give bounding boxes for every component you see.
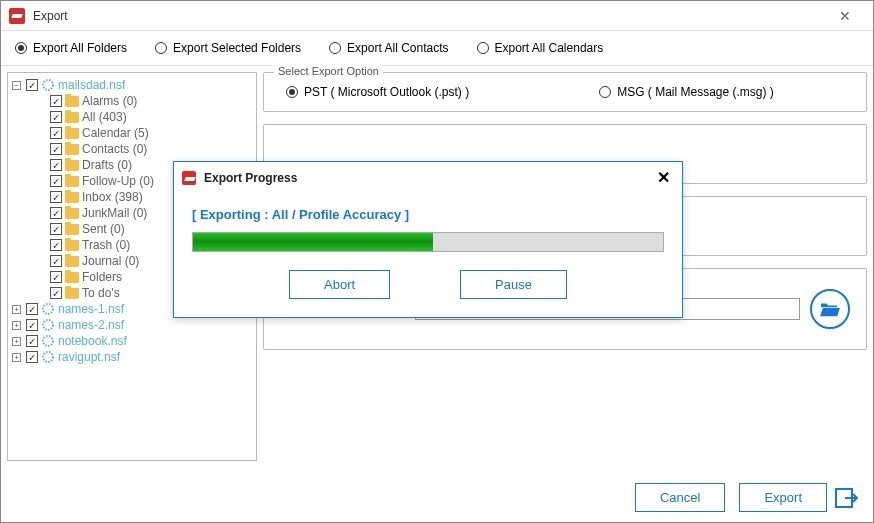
radio-export-all-calendars[interactable]: Export All Calendars <box>477 41 604 55</box>
tree-label: Alarms (0) <box>82 94 137 108</box>
checkbox[interactable]: ✓ <box>26 351 38 363</box>
folder-open-icon <box>819 300 841 318</box>
export-progress-dialog: Export Progress ✕ [ Exporting : All / Pr… <box>173 161 683 318</box>
radio-label: Export All Calendars <box>495 41 604 55</box>
nsf-icon <box>41 334 55 348</box>
radio-label: PST ( Microsoft Outlook (.pst) ) <box>304 85 469 99</box>
checkbox[interactable]: ✓ <box>26 335 38 347</box>
checkbox[interactable]: ✓ <box>50 223 62 235</box>
tree-item[interactable]: +✓notebook.nsf <box>10 333 254 349</box>
checkbox[interactable]: ✓ <box>26 79 38 91</box>
progress-bar <box>192 232 664 252</box>
tree-label: ravigupt.nsf <box>58 350 120 364</box>
folder-icon <box>65 224 79 235</box>
tree-label: Trash (0) <box>82 238 130 252</box>
tree-label: To do's <box>82 286 120 300</box>
nsf-icon <box>41 78 55 92</box>
radio-label: Export All Contacts <box>347 41 448 55</box>
pause-button[interactable]: Pause <box>460 270 567 299</box>
svg-point-2 <box>43 320 53 330</box>
tree-label: Folders <box>82 270 122 284</box>
radio-pst[interactable]: PST ( Microsoft Outlook (.pst) ) <box>286 85 469 99</box>
cancel-button[interactable]: Cancel <box>635 483 725 512</box>
dialog-titlebar: Export Progress ✕ <box>174 162 682 193</box>
svg-point-4 <box>43 352 53 362</box>
radio-circle-icon <box>599 86 611 98</box>
checkbox[interactable]: ✓ <box>50 143 62 155</box>
checkbox[interactable]: ✓ <box>50 159 62 171</box>
titlebar: Export ✕ <box>1 1 873 31</box>
tree-item[interactable]: ✓Contacts (0) <box>10 141 254 157</box>
browse-button[interactable] <box>810 289 850 329</box>
folder-icon <box>65 176 79 187</box>
tree-label: mailsdad.nsf <box>58 78 125 92</box>
checkbox[interactable]: ✓ <box>50 207 62 219</box>
radio-circle-icon <box>329 42 341 54</box>
tree-label: Follow-Up (0) <box>82 174 154 188</box>
nsf-icon <box>41 302 55 316</box>
folder-icon <box>65 288 79 299</box>
folder-icon <box>65 112 79 123</box>
tree-label: Calendar (5) <box>82 126 149 140</box>
folder-icon <box>65 160 79 171</box>
app-icon <box>182 171 196 185</box>
folder-icon <box>65 192 79 203</box>
export-arrow-icon <box>835 485 861 511</box>
tree-label: All (403) <box>82 110 127 124</box>
export-status-text: [ Exporting : All / Profile Accuracy ] <box>192 207 664 222</box>
folder-icon <box>65 128 79 139</box>
radio-label: MSG ( Mail Message (.msg) ) <box>617 85 774 99</box>
folder-icon <box>65 272 79 283</box>
expand-icon[interactable]: + <box>12 321 21 330</box>
folder-icon <box>65 96 79 107</box>
tree-item[interactable]: ✓All (403) <box>10 109 254 125</box>
checkbox[interactable]: ✓ <box>50 175 62 187</box>
dialog-title: Export Progress <box>204 171 653 185</box>
nsf-icon <box>41 318 55 332</box>
window-close-button[interactable]: ✕ <box>825 2 865 30</box>
tree-label: names-2.nsf <box>58 318 124 332</box>
export-button[interactable]: Export <box>739 483 827 512</box>
radio-export-selected-folders[interactable]: Export Selected Folders <box>155 41 301 55</box>
dialog-close-button[interactable]: ✕ <box>653 168 674 187</box>
tree-item[interactable]: ✓Calendar (5) <box>10 125 254 141</box>
checkbox[interactable]: ✓ <box>26 303 38 315</box>
progress-fill <box>193 233 433 251</box>
tree-item[interactable]: ✓Alarms (0) <box>10 93 254 109</box>
tree-label: JunkMail (0) <box>82 206 147 220</box>
checkbox[interactable]: ✓ <box>26 319 38 331</box>
radio-msg[interactable]: MSG ( Mail Message (.msg) ) <box>599 85 774 99</box>
tree-item[interactable]: +✓names-2.nsf <box>10 317 254 333</box>
checkbox[interactable]: ✓ <box>50 255 62 267</box>
export-scope-options: Export All Folders Export Selected Folde… <box>1 31 873 66</box>
tree-label: Inbox (398) <box>82 190 143 204</box>
tree-label: Drafts (0) <box>82 158 132 172</box>
checkbox[interactable]: ✓ <box>50 239 62 251</box>
footer: Cancel Export <box>1 472 873 522</box>
radio-export-all-contacts[interactable]: Export All Contacts <box>329 41 448 55</box>
tree-root[interactable]: − ✓ mailsdad.nsf <box>10 77 254 93</box>
radio-export-all-folders[interactable]: Export All Folders <box>15 41 127 55</box>
radio-label: Export Selected Folders <box>173 41 301 55</box>
export-window: Export ✕ Export All Folders Export Selec… <box>0 0 874 523</box>
checkbox[interactable]: ✓ <box>50 95 62 107</box>
expand-icon[interactable]: + <box>12 337 21 346</box>
tree-label: names-1.nsf <box>58 302 124 316</box>
expand-icon[interactable]: + <box>12 305 21 314</box>
expand-icon[interactable]: + <box>12 353 21 362</box>
checkbox[interactable]: ✓ <box>50 271 62 283</box>
checkbox[interactable]: ✓ <box>50 111 62 123</box>
radio-dot-icon <box>15 42 27 54</box>
checkbox[interactable]: ✓ <box>50 287 62 299</box>
tree-item[interactable]: +✓ravigupt.nsf <box>10 349 254 365</box>
checkbox[interactable]: ✓ <box>50 127 62 139</box>
folder-icon <box>65 208 79 219</box>
radio-circle-icon <box>477 42 489 54</box>
collapse-icon[interactable]: − <box>12 81 21 90</box>
tree-label: Sent (0) <box>82 222 125 236</box>
radio-dot-icon <box>286 86 298 98</box>
abort-button[interactable]: Abort <box>289 270 390 299</box>
checkbox[interactable]: ✓ <box>50 191 62 203</box>
tree-label: notebook.nsf <box>58 334 127 348</box>
app-icon <box>9 8 25 24</box>
